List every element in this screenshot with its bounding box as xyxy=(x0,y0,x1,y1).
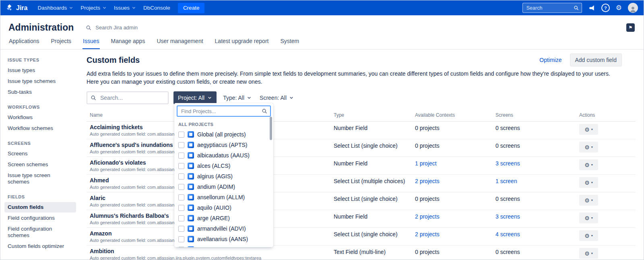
option-checkbox[interactable] xyxy=(178,163,184,169)
column-type: Type xyxy=(330,112,412,118)
row-actions-button[interactable] xyxy=(579,124,598,135)
project-avatar-icon xyxy=(188,225,194,232)
tab-manage-apps[interactable]: Manage apps xyxy=(111,37,146,49)
field-contexts: 0 projects xyxy=(412,248,492,260)
project-option[interactable]: avellanarius (AANS) xyxy=(174,234,273,244)
sidebar-item-custom-fields-optimizer[interactable]: Custom fields optimizer xyxy=(4,241,76,252)
tab-projects[interactable]: Projects xyxy=(51,37,72,49)
dropdown-group-label: ALL PROJECTS xyxy=(178,122,273,127)
sidebar-item-field-configurations[interactable]: Field configurations xyxy=(4,213,76,223)
project-find-field[interactable] xyxy=(177,105,271,117)
user-avatar[interactable] xyxy=(628,3,638,13)
chevron-down-icon xyxy=(591,199,593,202)
project-avatar-icon xyxy=(188,194,194,200)
option-checkbox[interactable] xyxy=(178,226,184,232)
nav-projects[interactable]: Projects xyxy=(77,3,110,13)
screen-filter-button[interactable]: Screen: All xyxy=(258,95,295,101)
nav-dbconsole[interactable]: DbConsole xyxy=(140,3,174,13)
option-checkbox[interactable] xyxy=(178,132,184,138)
project-option[interactable]: ansellorum (ALLM) xyxy=(174,192,273,202)
jira-logo[interactable]: Jira xyxy=(5,4,27,12)
sidebar-item-sub-tasks[interactable]: Sub-tasks xyxy=(4,87,76,97)
field-contexts-link[interactable]: 2 projects xyxy=(412,213,492,225)
field-contexts-link[interactable]: 2 projects xyxy=(412,177,492,190)
sidebar-item-screens[interactable]: Screens xyxy=(4,149,76,159)
project-option[interactable]: alces (ALCS) xyxy=(174,161,273,171)
tab-user-management[interactable]: User management xyxy=(156,37,203,49)
row-actions-button[interactable] xyxy=(579,159,598,170)
field-screens-link[interactable]: 4 screens xyxy=(492,230,576,243)
project-option-global[interactable]: Global (all projects) xyxy=(174,129,273,140)
nav-issues[interactable]: Issues xyxy=(110,3,140,13)
project-option[interactable]: algirus (AGIS) xyxy=(174,171,273,182)
sidebar-item-issue-types[interactable]: Issue types xyxy=(4,65,76,76)
custom-field-search[interactable] xyxy=(87,91,169,104)
navbar-search-input[interactable] xyxy=(526,5,571,11)
project-option[interactable]: armandvillei (ADVI) xyxy=(174,223,273,234)
project-avatar-icon xyxy=(188,215,194,221)
jira-admin-custom-fields-page: Jira Dashboards Projects Issues DbConsol… xyxy=(0,0,644,260)
tab-latest-upgrade-report[interactable]: Latest upgrade report xyxy=(215,37,269,49)
option-checkbox[interactable] xyxy=(178,142,184,148)
optimize-link[interactable]: Optimize xyxy=(539,57,561,63)
option-checkbox[interactable] xyxy=(178,205,184,211)
field-contexts-link[interactable]: 2 projects xyxy=(412,230,492,243)
option-checkbox[interactable] xyxy=(178,153,184,159)
option-checkbox[interactable] xyxy=(178,184,184,190)
table-row: Acclaiming thicketsAuto generated custom… xyxy=(87,122,636,139)
nav-dashboards[interactable]: Dashboards xyxy=(34,3,77,13)
table-row: Affluence's spud's inundationsAuto gener… xyxy=(87,139,636,157)
field-screens-link[interactable]: 3 screens xyxy=(492,213,576,225)
sidebar-item-workflows[interactable]: Workflows xyxy=(4,112,76,123)
admin-search[interactable] xyxy=(86,24,169,31)
help-icon[interactable] xyxy=(601,4,610,12)
settings-gear-icon[interactable] xyxy=(616,4,622,12)
project-option[interactable]: albicaudatus (AAUS) xyxy=(174,150,273,161)
project-option[interactable]: aquilo (AUIO) xyxy=(174,202,273,213)
option-checkbox[interactable] xyxy=(178,215,184,221)
sidebar-item-issue-type-screen-schemes[interactable]: Issue type screen schemes xyxy=(4,170,76,187)
custom-field-search-input[interactable] xyxy=(99,94,165,101)
project-option[interactable] xyxy=(174,244,273,247)
project-option[interactable]: aegyptiacus (APTS) xyxy=(174,140,273,150)
sidebar-item-field-configuration-schemes[interactable]: Field configuration schemes xyxy=(4,224,76,241)
field-screens-link[interactable]: 1 screen xyxy=(492,177,576,190)
announcement-icon[interactable] xyxy=(588,4,595,11)
project-option[interactable]: arge (ARGE) xyxy=(174,213,273,223)
dropdown-scrollbar-thumb[interactable] xyxy=(270,117,272,140)
tab-applications[interactable]: Applications xyxy=(8,37,40,49)
tab-issues[interactable]: Issues xyxy=(83,37,99,49)
navbar-search[interactable] xyxy=(522,3,582,13)
row-actions-button[interactable] xyxy=(579,248,598,259)
project-option-label: avellanarius (AANS) xyxy=(197,236,248,242)
row-actions-button[interactable] xyxy=(579,177,598,188)
option-checkbox[interactable] xyxy=(178,194,184,200)
field-screens-link[interactable]: 3 screens xyxy=(492,159,576,172)
project-find-input[interactable] xyxy=(180,108,259,115)
field-contexts-link[interactable]: 1 project xyxy=(412,159,492,172)
admin-search-input[interactable] xyxy=(95,24,169,31)
sidebar-heading-workflows: WORKFLOWS xyxy=(8,105,73,109)
sidebar-item-issue-type-schemes[interactable]: Issue type schemes xyxy=(4,76,76,87)
type-filter-button[interactable]: Type: All xyxy=(221,95,253,101)
table-row: AlaricAuto generated custom field: com.a… xyxy=(87,192,636,210)
sidebar-item-workflow-schemes[interactable]: Workflow schemes xyxy=(4,123,76,134)
option-checkbox[interactable] xyxy=(178,236,184,242)
option-checkbox[interactable] xyxy=(178,173,184,180)
project-option[interactable]: andium (ADIM) xyxy=(174,182,273,192)
sidebar-item-screen-schemes[interactable]: Screen schemes xyxy=(4,159,76,170)
row-actions-button[interactable] xyxy=(579,195,598,206)
add-custom-field-button[interactable]: Add custom field xyxy=(570,54,622,66)
flag-icon[interactable] xyxy=(626,23,635,32)
row-actions-button[interactable] xyxy=(579,213,598,223)
column-actions: Actions xyxy=(576,112,636,118)
field-type: Select List (multiple choices) xyxy=(330,177,412,190)
option-checkbox[interactable] xyxy=(178,247,184,248)
project-filter-button[interactable]: Project: All xyxy=(173,91,217,104)
row-actions-button[interactable] xyxy=(579,230,598,241)
tab-system[interactable]: System xyxy=(280,37,299,49)
row-actions-button[interactable] xyxy=(579,142,598,153)
sidebar-item-custom-fields[interactable]: Custom fields xyxy=(4,202,76,213)
field-screens: 0 screens xyxy=(492,124,576,137)
create-button[interactable]: Create xyxy=(178,3,205,13)
